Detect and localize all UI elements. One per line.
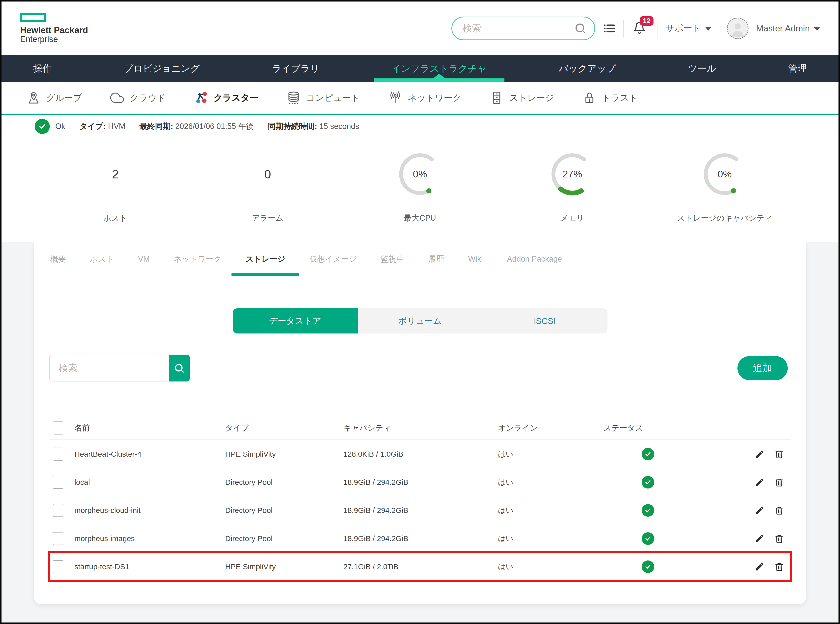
edit-pencil-icon[interactable] xyxy=(755,505,764,516)
activity-list-icon[interactable] xyxy=(603,22,616,35)
cluster-type: タイプ: HVM xyxy=(79,121,125,132)
cell-name: morpheus-cloud-init xyxy=(74,506,225,515)
memory-gauge: 27% xyxy=(549,151,596,198)
cell-capacity: 27.1GiB / 2.0TiB xyxy=(343,562,498,571)
row-checkbox[interactable] xyxy=(53,476,63,489)
storage-label: ストレージのキャパシティ xyxy=(677,213,772,223)
tab-history[interactable]: 履歴 xyxy=(428,242,444,276)
status-ok-label: Ok xyxy=(55,122,65,131)
support-label: サポート xyxy=(666,22,701,34)
hosts-label: ホスト xyxy=(103,213,127,223)
table-row[interactable]: morpheus-images Directory Pool 18.9GiB /… xyxy=(49,525,791,553)
last-sync-label: 最終同期: xyxy=(139,122,173,131)
cluster-detail-card: 概要 ホスト VM ネットワーク ストレージ 仮想イメージ 監視中 履歴 Wik… xyxy=(34,242,806,604)
subnav-item-groups[interactable]: グループ xyxy=(27,91,82,105)
status-ok-icon xyxy=(642,476,654,488)
segment-iscsi[interactable]: iSCSI xyxy=(483,308,607,334)
row-checkbox[interactable] xyxy=(53,448,63,461)
edit-pencil-icon[interactable] xyxy=(755,562,764,572)
tab-addon-package[interactable]: Addon Package xyxy=(507,242,562,276)
user-menu[interactable]: Master Admin xyxy=(756,23,820,33)
nav-item-infrastructure[interactable]: インフラストラクチャ xyxy=(389,55,489,82)
alarms-count: 0 xyxy=(264,167,271,181)
nav-item-library[interactable]: ライブラリ xyxy=(270,55,321,82)
segment-volumes[interactable]: ボリューム xyxy=(358,308,483,334)
storage-type-switcher: データストア ボリューム iSCSI xyxy=(49,308,791,334)
nav-item-admin[interactable]: 管理 xyxy=(786,55,809,82)
main-nav: 操作 プロビジョニング ライブラリ インフラストラクチャ バックアップ ツール … xyxy=(2,55,838,82)
subnav-item-storage[interactable]: ストレージ xyxy=(489,91,554,105)
tab-overview[interactable]: 概要 xyxy=(50,242,66,276)
metric-hosts: 2 ホスト xyxy=(39,144,191,242)
cluster-status-bar: Ok タイプ: HVM 最終同期: 2026/01/06 01:55 午後 同期… xyxy=(2,115,838,138)
avatar[interactable] xyxy=(727,18,749,39)
delete-trash-icon[interactable] xyxy=(774,505,784,516)
tab-monitoring[interactable]: 監視中 xyxy=(381,242,404,276)
segment-datastores[interactable]: データストア xyxy=(233,308,358,334)
cell-online: はい xyxy=(498,449,604,459)
row-checkbox[interactable] xyxy=(53,532,63,545)
storage-gauge-value: 0% xyxy=(701,151,748,198)
table-search-input[interactable] xyxy=(49,355,169,382)
subnav-item-trust[interactable]: トラスト xyxy=(582,91,638,105)
row-checkbox[interactable] xyxy=(53,560,63,573)
nav-item-provisioning[interactable]: プロビジョニング xyxy=(122,55,202,82)
subnav-label: クラウド xyxy=(130,92,166,104)
subnav-label: ネットワーク xyxy=(408,92,462,104)
row-checkbox[interactable] xyxy=(53,504,63,517)
subnav-label: コンピュート xyxy=(306,92,360,104)
add-button[interactable]: 追加 xyxy=(737,356,788,380)
edit-pencil-icon[interactable] xyxy=(755,449,764,459)
chevron-down-icon xyxy=(705,27,711,31)
delete-trash-icon[interactable] xyxy=(774,449,784,459)
status-ok-icon xyxy=(35,119,50,134)
memory-label: メモリ xyxy=(560,213,584,223)
edit-pencil-icon[interactable] xyxy=(755,533,764,544)
nav-item-operations[interactable]: 操作 xyxy=(31,55,54,82)
table-row[interactable]: morpheus-cloud-init Directory Pool 18.9G… xyxy=(49,496,791,525)
lock-icon xyxy=(582,91,596,105)
nav-item-tools[interactable]: ツール xyxy=(686,55,718,82)
subnav-label: クラスター xyxy=(214,92,258,104)
cell-name: HeartBeat-Cluster-4 xyxy=(74,450,225,459)
delete-trash-icon[interactable] xyxy=(774,477,784,487)
support-menu[interactable]: サポート xyxy=(666,22,711,34)
tab-wiki[interactable]: Wiki xyxy=(468,242,483,276)
delete-trash-icon[interactable] xyxy=(774,562,784,572)
table-row[interactable]: local Directory Pool 18.9GiB / 294.2GiB … xyxy=(49,468,791,496)
edit-pencil-icon[interactable] xyxy=(755,477,764,487)
cpu-label: 最大CPU xyxy=(404,213,436,223)
global-search xyxy=(451,17,595,40)
tab-network[interactable]: ネットワーク xyxy=(174,242,222,276)
chevron-down-icon xyxy=(814,27,820,31)
header-divider xyxy=(623,20,624,37)
global-search-input[interactable] xyxy=(463,23,574,34)
cell-online: はい xyxy=(498,477,604,488)
subnav-item-clouds[interactable]: クラウド xyxy=(110,91,166,105)
nav-item-backup[interactable]: バックアップ xyxy=(557,55,618,82)
tab-storage[interactable]: ストレージ xyxy=(246,242,285,276)
subnav-label: グループ xyxy=(46,92,82,104)
subnav-item-network[interactable]: ネットワーク xyxy=(388,91,462,105)
col-online: オンライン xyxy=(498,423,604,433)
detail-tabs: 概要 ホスト VM ネットワーク ストレージ 仮想イメージ 監視中 履歴 Wik… xyxy=(49,242,791,276)
notifications-button[interactable]: 12 xyxy=(633,22,646,36)
cell-type: HPE SimpliVity xyxy=(225,562,343,571)
tab-hosts[interactable]: ホスト xyxy=(90,242,114,276)
datastores-table: 名前 タイプ キャパシティ オンライン ステータス HeartBeat-Clus… xyxy=(49,416,791,581)
header-divider xyxy=(658,20,658,37)
person-icon xyxy=(729,20,747,39)
hosts-count: 2 xyxy=(112,167,119,181)
select-all-checkbox[interactable] xyxy=(53,422,63,434)
subnav-item-clusters[interactable]: クラスター xyxy=(194,91,258,105)
hpe-logo: Hewlett Packard Enterprise xyxy=(20,13,88,43)
delete-trash-icon[interactable] xyxy=(774,533,784,544)
table-search-button[interactable] xyxy=(169,355,190,382)
tab-virtual-images[interactable]: 仮想イメージ xyxy=(309,242,357,276)
table-row[interactable]: HeartBeat-Cluster-4 HPE SimpliVity 128.0… xyxy=(49,440,791,468)
metric-storage-capacity: 0% ストレージのキャパシティ xyxy=(649,144,801,242)
subnav-item-compute[interactable]: コンピュート xyxy=(287,91,360,105)
tab-vm[interactable]: VM xyxy=(138,242,150,276)
col-name: 名前 xyxy=(74,423,225,433)
table-row-highlighted[interactable]: startup-test-DS1 HPE SimpliVity 27.1GiB … xyxy=(49,553,791,581)
